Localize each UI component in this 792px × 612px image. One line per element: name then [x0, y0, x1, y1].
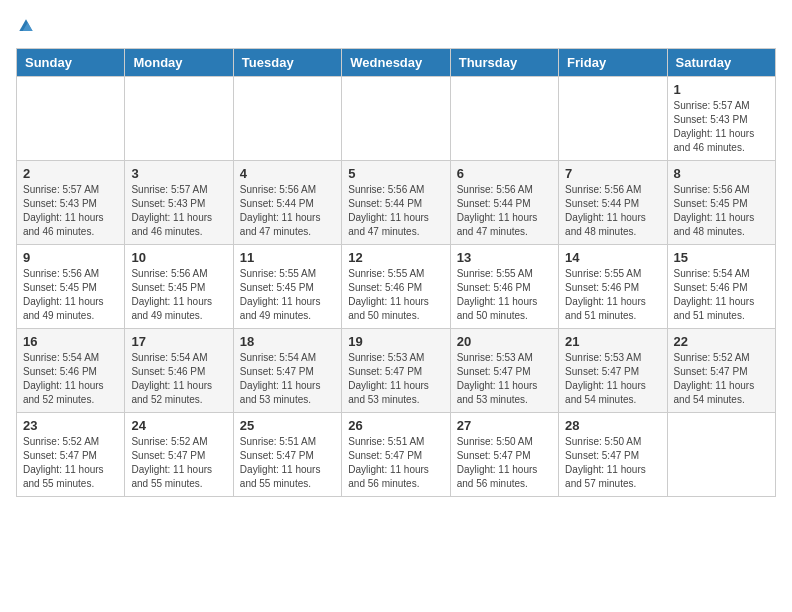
- calendar-cell: 23Sunrise: 5:52 AM Sunset: 5:47 PM Dayli…: [17, 413, 125, 497]
- day-info: Sunrise: 5:54 AM Sunset: 5:46 PM Dayligh…: [131, 351, 226, 407]
- day-number: 8: [674, 166, 769, 181]
- day-number: 25: [240, 418, 335, 433]
- calendar-cell: 17Sunrise: 5:54 AM Sunset: 5:46 PM Dayli…: [125, 329, 233, 413]
- calendar-cell: 19Sunrise: 5:53 AM Sunset: 5:47 PM Dayli…: [342, 329, 450, 413]
- day-info: Sunrise: 5:57 AM Sunset: 5:43 PM Dayligh…: [131, 183, 226, 239]
- calendar-cell: 14Sunrise: 5:55 AM Sunset: 5:46 PM Dayli…: [559, 245, 667, 329]
- day-number: 27: [457, 418, 552, 433]
- calendar-cell: 3Sunrise: 5:57 AM Sunset: 5:43 PM Daylig…: [125, 161, 233, 245]
- calendar-cell: 6Sunrise: 5:56 AM Sunset: 5:44 PM Daylig…: [450, 161, 558, 245]
- day-number: 2: [23, 166, 118, 181]
- day-number: 19: [348, 334, 443, 349]
- day-info: Sunrise: 5:56 AM Sunset: 5:45 PM Dayligh…: [23, 267, 118, 323]
- calendar-cell: 27Sunrise: 5:50 AM Sunset: 5:47 PM Dayli…: [450, 413, 558, 497]
- calendar-cell: 7Sunrise: 5:56 AM Sunset: 5:44 PM Daylig…: [559, 161, 667, 245]
- day-info: Sunrise: 5:55 AM Sunset: 5:46 PM Dayligh…: [457, 267, 552, 323]
- weekday-header-friday: Friday: [559, 49, 667, 77]
- day-info: Sunrise: 5:55 AM Sunset: 5:45 PM Dayligh…: [240, 267, 335, 323]
- day-number: 21: [565, 334, 660, 349]
- day-number: 14: [565, 250, 660, 265]
- day-number: 4: [240, 166, 335, 181]
- calendar-body: 1Sunrise: 5:57 AM Sunset: 5:43 PM Daylig…: [17, 77, 776, 497]
- calendar-cell: 18Sunrise: 5:54 AM Sunset: 5:47 PM Dayli…: [233, 329, 341, 413]
- day-info: Sunrise: 5:56 AM Sunset: 5:45 PM Dayligh…: [131, 267, 226, 323]
- day-info: Sunrise: 5:52 AM Sunset: 5:47 PM Dayligh…: [131, 435, 226, 491]
- day-number: 3: [131, 166, 226, 181]
- calendar-cell: 20Sunrise: 5:53 AM Sunset: 5:47 PM Dayli…: [450, 329, 558, 413]
- calendar-cell: 11Sunrise: 5:55 AM Sunset: 5:45 PM Dayli…: [233, 245, 341, 329]
- calendar-cell: [559, 77, 667, 161]
- day-number: 6: [457, 166, 552, 181]
- calendar-cell: 12Sunrise: 5:55 AM Sunset: 5:46 PM Dayli…: [342, 245, 450, 329]
- day-info: Sunrise: 5:56 AM Sunset: 5:44 PM Dayligh…: [565, 183, 660, 239]
- calendar-table: SundayMondayTuesdayWednesdayThursdayFrid…: [16, 48, 776, 497]
- calendar-header-row: SundayMondayTuesdayWednesdayThursdayFrid…: [17, 49, 776, 77]
- calendar-cell: [17, 77, 125, 161]
- weekday-header-wednesday: Wednesday: [342, 49, 450, 77]
- day-info: Sunrise: 5:50 AM Sunset: 5:47 PM Dayligh…: [565, 435, 660, 491]
- day-info: Sunrise: 5:50 AM Sunset: 5:47 PM Dayligh…: [457, 435, 552, 491]
- calendar-cell: 13Sunrise: 5:55 AM Sunset: 5:46 PM Dayli…: [450, 245, 558, 329]
- calendar-cell: 4Sunrise: 5:56 AM Sunset: 5:44 PM Daylig…: [233, 161, 341, 245]
- day-info: Sunrise: 5:53 AM Sunset: 5:47 PM Dayligh…: [348, 351, 443, 407]
- calendar-week-row: 16Sunrise: 5:54 AM Sunset: 5:46 PM Dayli…: [17, 329, 776, 413]
- day-number: 13: [457, 250, 552, 265]
- day-number: 24: [131, 418, 226, 433]
- day-number: 12: [348, 250, 443, 265]
- day-number: 10: [131, 250, 226, 265]
- logo: [16, 16, 40, 36]
- calendar-cell: 8Sunrise: 5:56 AM Sunset: 5:45 PM Daylig…: [667, 161, 775, 245]
- calendar-cell: 24Sunrise: 5:52 AM Sunset: 5:47 PM Dayli…: [125, 413, 233, 497]
- calendar-cell: 5Sunrise: 5:56 AM Sunset: 5:44 PM Daylig…: [342, 161, 450, 245]
- day-number: 15: [674, 250, 769, 265]
- day-info: Sunrise: 5:57 AM Sunset: 5:43 PM Dayligh…: [23, 183, 118, 239]
- day-info: Sunrise: 5:56 AM Sunset: 5:44 PM Dayligh…: [457, 183, 552, 239]
- day-info: Sunrise: 5:57 AM Sunset: 5:43 PM Dayligh…: [674, 99, 769, 155]
- page-header: [16, 16, 776, 36]
- day-info: Sunrise: 5:55 AM Sunset: 5:46 PM Dayligh…: [348, 267, 443, 323]
- calendar-cell: 22Sunrise: 5:52 AM Sunset: 5:47 PM Dayli…: [667, 329, 775, 413]
- calendar-cell: [125, 77, 233, 161]
- day-info: Sunrise: 5:53 AM Sunset: 5:47 PM Dayligh…: [565, 351, 660, 407]
- calendar-week-row: 23Sunrise: 5:52 AM Sunset: 5:47 PM Dayli…: [17, 413, 776, 497]
- calendar-cell: 28Sunrise: 5:50 AM Sunset: 5:47 PM Dayli…: [559, 413, 667, 497]
- calendar-cell: 15Sunrise: 5:54 AM Sunset: 5:46 PM Dayli…: [667, 245, 775, 329]
- day-info: Sunrise: 5:56 AM Sunset: 5:45 PM Dayligh…: [674, 183, 769, 239]
- weekday-header-monday: Monday: [125, 49, 233, 77]
- calendar-cell: 10Sunrise: 5:56 AM Sunset: 5:45 PM Dayli…: [125, 245, 233, 329]
- calendar-cell: 2Sunrise: 5:57 AM Sunset: 5:43 PM Daylig…: [17, 161, 125, 245]
- day-number: 16: [23, 334, 118, 349]
- logo-icon: [16, 16, 36, 36]
- day-info: Sunrise: 5:53 AM Sunset: 5:47 PM Dayligh…: [457, 351, 552, 407]
- day-number: 11: [240, 250, 335, 265]
- weekday-header-thursday: Thursday: [450, 49, 558, 77]
- calendar-cell: [450, 77, 558, 161]
- calendar-cell: 21Sunrise: 5:53 AM Sunset: 5:47 PM Dayli…: [559, 329, 667, 413]
- day-info: Sunrise: 5:52 AM Sunset: 5:47 PM Dayligh…: [674, 351, 769, 407]
- day-info: Sunrise: 5:54 AM Sunset: 5:46 PM Dayligh…: [23, 351, 118, 407]
- calendar-cell: 1Sunrise: 5:57 AM Sunset: 5:43 PM Daylig…: [667, 77, 775, 161]
- calendar-cell: 25Sunrise: 5:51 AM Sunset: 5:47 PM Dayli…: [233, 413, 341, 497]
- calendar-cell: 26Sunrise: 5:51 AM Sunset: 5:47 PM Dayli…: [342, 413, 450, 497]
- calendar-cell: 9Sunrise: 5:56 AM Sunset: 5:45 PM Daylig…: [17, 245, 125, 329]
- day-number: 17: [131, 334, 226, 349]
- calendar-cell: [667, 413, 775, 497]
- calendar-week-row: 9Sunrise: 5:56 AM Sunset: 5:45 PM Daylig…: [17, 245, 776, 329]
- weekday-header-tuesday: Tuesday: [233, 49, 341, 77]
- day-number: 22: [674, 334, 769, 349]
- day-number: 28: [565, 418, 660, 433]
- day-info: Sunrise: 5:54 AM Sunset: 5:46 PM Dayligh…: [674, 267, 769, 323]
- calendar-cell: 16Sunrise: 5:54 AM Sunset: 5:46 PM Dayli…: [17, 329, 125, 413]
- day-number: 7: [565, 166, 660, 181]
- day-info: Sunrise: 5:51 AM Sunset: 5:47 PM Dayligh…: [348, 435, 443, 491]
- day-number: 20: [457, 334, 552, 349]
- day-info: Sunrise: 5:52 AM Sunset: 5:47 PM Dayligh…: [23, 435, 118, 491]
- day-info: Sunrise: 5:56 AM Sunset: 5:44 PM Dayligh…: [348, 183, 443, 239]
- day-info: Sunrise: 5:55 AM Sunset: 5:46 PM Dayligh…: [565, 267, 660, 323]
- day-number: 18: [240, 334, 335, 349]
- day-info: Sunrise: 5:51 AM Sunset: 5:47 PM Dayligh…: [240, 435, 335, 491]
- day-number: 9: [23, 250, 118, 265]
- day-number: 5: [348, 166, 443, 181]
- weekday-header-saturday: Saturday: [667, 49, 775, 77]
- day-info: Sunrise: 5:56 AM Sunset: 5:44 PM Dayligh…: [240, 183, 335, 239]
